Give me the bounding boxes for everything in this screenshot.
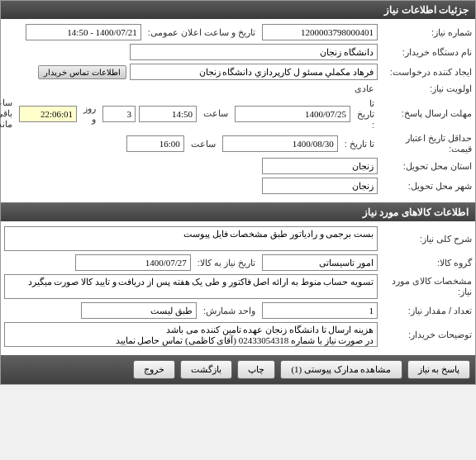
remaining-label: ساعت باقی مانده — [0, 97, 16, 130]
delivery-city-input[interactable] — [262, 178, 378, 194]
delivery-province-label: استان محل تحویل: — [381, 161, 472, 172]
unit-label: واحد شمارش: — [200, 306, 259, 316]
need-until-goods-label: تاریخ نیاز به کالا: — [194, 258, 259, 268]
priority-value: عادی — [351, 83, 378, 94]
main-fields: شماره نیاز: تاریخ و ساعت اعلان عمومی: نا… — [1, 19, 475, 202]
goods-spec-label: مشخصات کالای مورد نیاز: — [381, 276, 472, 297]
price-until-time-input[interactable] — [126, 135, 184, 152]
requester-label: ایجاد کننده درخواست: — [381, 67, 472, 78]
buyer-org-label: نام دستگاه خریدار: — [381, 47, 472, 58]
response-date-input[interactable] — [235, 106, 350, 122]
time-label-1: ساعت — [200, 108, 231, 119]
requester-input[interactable] — [130, 64, 378, 80]
public-announce-input[interactable] — [26, 24, 141, 40]
buyer-contact-button[interactable]: اطلاعات تماس خریدار — [38, 65, 126, 79]
print-button[interactable]: چاپ — [237, 360, 275, 379]
priority-label: اولویت نیاز: — [381, 83, 472, 94]
public-announce-label: تاریخ و ساعت اعلان عمومی: — [145, 27, 259, 38]
goods-group-label: گروه کالا: — [381, 258, 472, 268]
until-date-label-2: تا تاریخ : — [341, 139, 378, 149]
need-desc-input[interactable] — [4, 226, 378, 251]
buyer-note-input[interactable] — [4, 322, 378, 347]
price-until-date-input[interactable] — [222, 135, 338, 152]
footer-toolbar: پاسخ به نیاز مشاهده مدارک پیوستی (1) چاپ… — [1, 355, 475, 384]
items-fields: شرح کلی نیاز: گروه کالا: تاریخ نیاز به ک… — [1, 221, 475, 355]
items-section-header: اطلاعات کالاهای مورد نیاز — [1, 202, 475, 221]
until-date-label-1: تا تاریخ : — [354, 98, 378, 130]
buyer-org-input[interactable] — [130, 44, 378, 60]
qty-label: تعداد / مقدار نیاز: — [381, 306, 472, 316]
response-time-input[interactable] — [139, 106, 197, 122]
respond-button[interactable]: پاسخ به نیاز — [407, 360, 471, 379]
attachments-button[interactable]: مشاهده مدارک پیوستی (1) — [280, 360, 402, 379]
need-number-label: شماره نیاز: — [381, 27, 472, 38]
days-and-label: روز و — [80, 103, 99, 125]
days-count-input[interactable] — [102, 106, 136, 122]
remaining-time-input — [19, 106, 77, 122]
response-deadline-label: مهلت ارسال پاسخ: — [381, 108, 472, 119]
delivery-city-label: شهر محل تحویل: — [381, 181, 472, 192]
request-details-window: جزئیات اطلاعات نیاز شماره نیاز: تاریخ و … — [0, 0, 476, 385]
price-validity-label: حداقل تاریخ اعتبار قیمت: — [381, 133, 472, 154]
buyer-note-label: توضیحات خریدار: — [381, 330, 472, 340]
need-number-input[interactable] — [262, 24, 378, 40]
goods-spec-input[interactable] — [4, 274, 378, 299]
delivery-province-input[interactable] — [262, 158, 378, 174]
back-button[interactable]: بازگشت — [180, 360, 232, 379]
window-title: جزئیات اطلاعات نیاز — [1, 1, 475, 19]
time-label-2: ساعت — [188, 139, 219, 149]
need-until-goods-input[interactable] — [75, 254, 191, 271]
need-desc-label: شرح کلی نیاز: — [381, 234, 472, 244]
unit-input[interactable] — [81, 302, 197, 319]
qty-input[interactable] — [262, 302, 378, 319]
exit-button[interactable]: خروج — [133, 360, 175, 379]
goods-group-input[interactable] — [262, 254, 378, 271]
